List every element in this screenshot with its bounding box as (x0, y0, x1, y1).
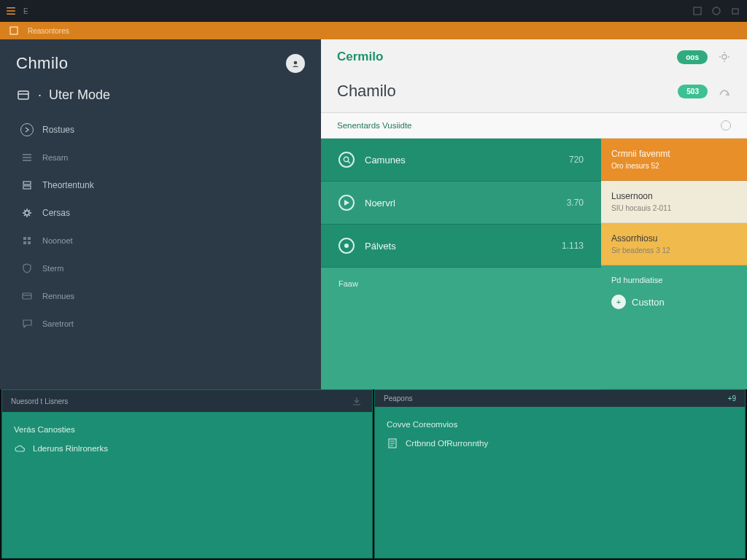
panel-right-row-2[interactable]: Crtbnnd OfRurronnthy (387, 433, 733, 454)
row-label: Crtbnnd OfRurronnthy (406, 439, 488, 448)
side-cell-2[interactable]: Lusernoon SIU hocauis 2-011 (601, 181, 747, 223)
list-value: 1.113 (562, 241, 584, 251)
sub-header: Senentards Vusiidte (321, 113, 747, 139)
arrow-right-icon (20, 123, 34, 136)
mode-section: · Uter Mode (0, 79, 321, 109)
svg-rect-10 (28, 237, 31, 240)
side-title: Lusernoon (611, 191, 737, 201)
svg-point-4 (294, 61, 298, 65)
svg-rect-7 (23, 186, 31, 189)
panel-left-row-1[interactable]: Verás Canosties (14, 421, 360, 438)
chat-icon (20, 317, 34, 330)
panel-left: Nuesord t Lisners Verás Canosties Lderun… (1, 389, 373, 559)
side-title: Assorrhiosu (611, 233, 737, 244)
download-icon[interactable] (350, 394, 363, 408)
side-title: Crmnii favenmt (611, 149, 737, 159)
nav-label: Saretrort (42, 319, 74, 328)
tray-icon-1[interactable] (692, 5, 703, 17)
nav-item-saretrort[interactable]: Saretrort (0, 310, 321, 338)
doc-icon (387, 438, 398, 449)
nav-item-rennues[interactable]: Rennues (0, 282, 321, 310)
mode-label: Uter Mode (49, 88, 110, 103)
play-icon (338, 195, 355, 211)
tab-label[interactable]: Reasontores (28, 27, 69, 35)
nav-item-resarn[interactable]: Resarn (0, 144, 321, 171)
svg-point-14 (722, 55, 727, 59)
nav-label: Sterm (42, 264, 63, 273)
list-icon (20, 151, 34, 164)
panel-left-row-2[interactable]: Lderuns Rinlronerks (14, 438, 360, 459)
mode-prefix: · (38, 88, 42, 103)
side-cell-1[interactable]: Crmnii favenmt Oro inesurs 52 (601, 139, 747, 181)
svg-rect-12 (28, 241, 31, 244)
grid-icon (20, 234, 34, 247)
server-icon (20, 179, 34, 192)
tray-icon-3[interactable] (729, 5, 741, 17)
row-label: Lderuns Rinlronerks (33, 444, 108, 453)
svg-rect-11 (23, 241, 26, 244)
list-label: Noervrl (365, 198, 395, 209)
arrow-icon[interactable] (718, 85, 731, 98)
os-title-text: E (23, 7, 28, 15)
nav-label: Cersas (42, 208, 70, 218)
list-row-camunes[interactable]: Camunes 720 (321, 139, 601, 182)
nav-label: Rostues (42, 125, 74, 135)
nav-item-noonoet[interactable]: Noonoet (0, 227, 321, 254)
list-row-noervrl[interactable]: Noervrl 3.70 (321, 182, 601, 225)
status-pill-1[interactable]: oos (677, 50, 708, 64)
svg-rect-5 (18, 91, 28, 99)
list-label: Camunes (365, 155, 406, 166)
tab-home-icon[interactable] (9, 26, 19, 36)
svg-rect-0 (694, 7, 701, 15)
panel-head-label: Peapons (384, 394, 412, 402)
side-button-label[interactable]: Custton (632, 297, 665, 308)
status-pill-2[interactable]: 503 (678, 85, 708, 98)
side-column: Crmnii favenmt Oro inesurs 52 Lusernoon … (601, 139, 747, 389)
main-header-2: Chamilo 503 (321, 74, 747, 113)
list-row-palvets[interactable]: Pálvets 1.113 (321, 225, 601, 268)
svg-point-1 (713, 7, 720, 15)
list-label: Pálvets (365, 241, 396, 252)
list-value: 3.70 (567, 198, 584, 208)
row-label: Verás Canosties (14, 425, 75, 434)
nav-item-cersas[interactable]: Cersas (0, 199, 321, 227)
nav-item-rostues[interactable]: Rostues (0, 116, 321, 144)
svg-rect-13 (23, 293, 31, 299)
shield-icon (20, 262, 34, 275)
svg-point-16 (344, 244, 349, 248)
row-label: Covve Coreomvios (387, 420, 457, 429)
brand-round-button[interactable] (286, 54, 305, 73)
side-cell-3[interactable]: Assorrhiosu Sir beadenss 3 12 (601, 223, 747, 265)
sidebar: Chmilo · Uter Mode Rostues Resarn T (0, 39, 321, 389)
svg-rect-2 (732, 9, 738, 14)
side-detail: SIU hocauis 2-011 (611, 204, 737, 212)
svg-rect-9 (23, 237, 26, 240)
nav-item-theortentunk[interactable]: Theortentunk (0, 171, 321, 199)
mode-icon (16, 88, 31, 103)
settings-icon[interactable] (718, 50, 731, 63)
panel-right-head: Peapons +9 (375, 390, 745, 407)
nav-item-sterm[interactable]: Sterm (0, 254, 321, 282)
main-area: Cermilo oos Chamilo 503 Senentards Vusii… (321, 39, 747, 389)
nav-label: Rennues (42, 292, 74, 300)
svg-rect-6 (23, 182, 31, 184)
tray-icon-2[interactable] (711, 5, 722, 17)
svg-rect-3 (10, 27, 18, 34)
main-header-1: Cermilo oos (321, 39, 747, 74)
side-detail: Sir beadenss 3 12 (611, 246, 737, 254)
menu-icon[interactable] (6, 7, 16, 15)
plus-icon[interactable]: + (611, 295, 626, 309)
list-footer: Faaw (321, 268, 601, 389)
panel-badge: +9 (728, 394, 736, 402)
radio-icon[interactable] (721, 120, 731, 131)
list-value: 720 (569, 155, 584, 165)
side-detail: Oro inesurs 52 (611, 162, 737, 170)
panel-right-row-1[interactable]: Covve Coreomvios (387, 416, 733, 433)
brand-title: Chmilo (16, 54, 68, 73)
list-footer-label: Faaw (338, 279, 358, 288)
nav-label: Resarn (42, 153, 68, 162)
nav-label: Noonoet (42, 236, 73, 245)
gear-icon (20, 206, 34, 219)
side-title-prefix: Pd hurndiatise (611, 276, 737, 284)
svg-point-15 (344, 157, 348, 161)
